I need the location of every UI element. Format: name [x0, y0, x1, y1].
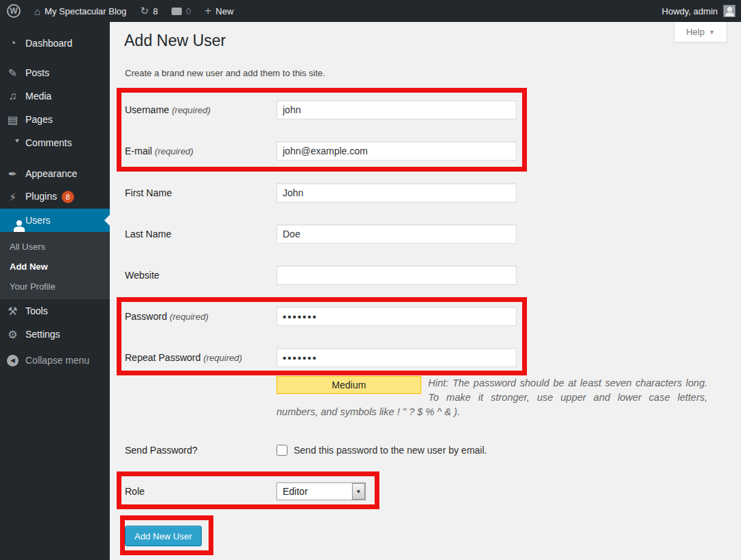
sidebar-item-comments[interactable]: Comments	[0, 131, 110, 154]
updates-count: 8	[153, 6, 158, 16]
wordpress-admin-page: W ⌂ My Spectacular Blog ↻ 8 0 + New Howd…	[0, 0, 741, 560]
submenu-all-users[interactable]: All Users	[0, 237, 110, 257]
sidebar-item-media[interactable]: ♫ Media	[0, 84, 110, 108]
role-select[interactable]: Editor ▼	[277, 482, 366, 500]
comment-bubble-icon	[172, 8, 182, 15]
send-password-label: Send Password?	[125, 445, 277, 456]
site-name-link[interactable]: ⌂ My Spectacular Blog	[27, 0, 133, 22]
password-row: Password (required)	[125, 307, 517, 326]
select-dropdown-arrow-icon: ▼	[352, 483, 365, 500]
site-name: My Spectacular Blog	[45, 6, 126, 16]
sidebar-item-dashboard[interactable]: ◔ Dashboard	[0, 32, 110, 55]
send-password-checkbox[interactable]	[277, 445, 287, 456]
settings-sliders-icon: ⚙	[0, 328, 25, 341]
website-row: Website	[125, 266, 517, 285]
password-label: Password	[125, 311, 167, 322]
updates-icon: ↻	[140, 5, 149, 17]
password-strength-meter: Medium	[277, 376, 421, 394]
send-password-row: Send Password? Send this password to the…	[125, 443, 487, 457]
chevron-down-icon: ▼	[709, 29, 715, 36]
media-icon: ♫	[0, 90, 25, 102]
collapse-menu-button[interactable]: ◀ Collapse menu	[0, 349, 110, 372]
email-input[interactable]	[277, 141, 517, 161]
email-row: E-mail (required)	[125, 141, 517, 161]
add-new-user-button[interactable]: Add New User	[125, 526, 202, 546]
help-button[interactable]: Help ▼	[674, 22, 727, 43]
wordpress-logo-icon: W	[7, 4, 21, 18]
sidebar-item-pages[interactable]: ▤ Pages	[0, 108, 110, 131]
website-input[interactable]	[277, 266, 517, 285]
wp-logo-menu[interactable]: W	[0, 0, 27, 22]
sidebar-item-users[interactable]: Users	[0, 209, 110, 232]
page-title: Add New User	[124, 32, 226, 50]
role-row: Role Editor ▼	[125, 482, 366, 500]
send-password-checkbox-label: Send this password to the new user by em…	[294, 445, 487, 456]
pushpin-icon: ✎	[0, 67, 25, 80]
first-name-input[interactable]	[277, 183, 517, 202]
new-content-link[interactable]: + New	[198, 0, 240, 22]
howdy-text: Howdy, admin	[662, 6, 718, 16]
sidebar-item-appearance[interactable]: ✒ Appearance	[0, 162, 110, 185]
role-selected-value: Editor	[277, 486, 352, 497]
website-label: Website	[125, 270, 277, 281]
submenu-add-new[interactable]: Add New	[0, 257, 110, 277]
updates-link[interactable]: ↻ 8	[133, 0, 165, 22]
repeat-password-row: Repeat Password (required)	[125, 348, 517, 367]
plugin-icon: ⚡	[0, 191, 25, 204]
email-label: E-mail	[125, 145, 152, 156]
sidebar-item-settings[interactable]: ⚙ Settings	[0, 323, 110, 346]
dashboard-icon: ◔	[0, 37, 25, 49]
repeat-password-input[interactable]	[277, 348, 517, 367]
appearance-brush-icon: ✒	[0, 167, 25, 180]
comments-link[interactable]: 0	[165, 0, 198, 22]
page-subtitle: Create a brand new user and add them to …	[125, 68, 325, 78]
username-input[interactable]	[277, 100, 517, 119]
admin-bar: W ⌂ My Spectacular Blog ↻ 8 0 + New Howd…	[0, 0, 741, 22]
admin-sidebar: ◔ Dashboard ✎ Posts ♫ Media ▤ Pages Comm…	[0, 22, 110, 560]
last-name-row: Last Name	[125, 224, 517, 244]
pages-icon: ▤	[0, 113, 25, 126]
account-menu[interactable]: Howdy, admin	[662, 0, 736, 22]
sidebar-item-tools[interactable]: ⚒ Tools	[0, 299, 110, 323]
last-name-label: Last Name	[125, 229, 277, 240]
home-icon: ⌂	[34, 5, 40, 17]
comments-count: 0	[186, 6, 191, 16]
submenu-your-profile[interactable]: Your Profile	[0, 277, 110, 296]
plus-icon: +	[204, 4, 211, 18]
main-content: Add New User Help ▼ Create a brand new u…	[110, 22, 741, 560]
sidebar-item-posts[interactable]: ✎ Posts	[0, 61, 110, 84]
new-label: New	[215, 6, 233, 16]
username-label: Username	[125, 104, 169, 115]
password-input[interactable]	[277, 307, 517, 326]
tools-wrench-icon: ⚒	[0, 305, 25, 318]
plugins-update-badge: 8	[62, 191, 74, 203]
first-name-row: First Name	[125, 183, 517, 202]
users-submenu: All Users Add New Your Profile	[0, 232, 110, 299]
username-row: Username (required)	[125, 100, 517, 119]
password-hint-block: Medium Hint: The password should be at l…	[277, 376, 707, 419]
sidebar-item-plugins[interactable]: ⚡ Plugins8	[0, 185, 110, 209]
last-name-input[interactable]	[277, 224, 517, 244]
first-name-label: First Name	[125, 187, 277, 198]
role-label: Role	[125, 486, 277, 497]
repeat-password-label: Repeat Password	[125, 352, 201, 363]
avatar	[723, 5, 736, 17]
collapse-arrow-icon: ◀	[0, 355, 25, 366]
